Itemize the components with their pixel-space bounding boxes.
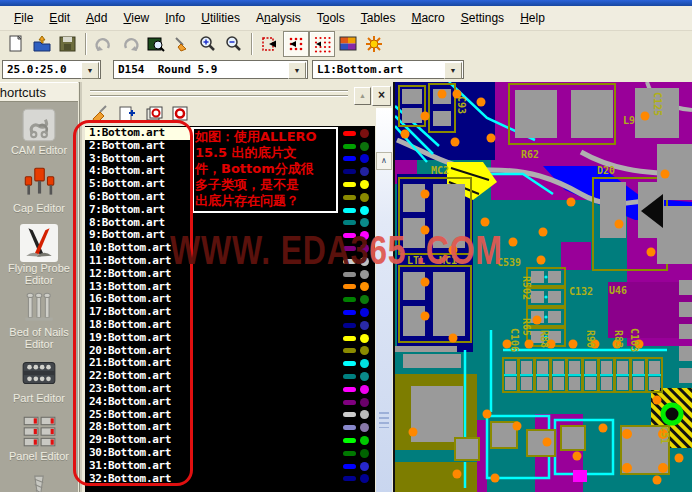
- film-color-chip[interactable]: [343, 281, 374, 294]
- new-file-icon[interactable]: [3, 31, 29, 57]
- sidebar-item-label: CAM Editor: [0, 144, 78, 156]
- menu-item-analysis[interactable]: Analysis: [248, 8, 309, 28]
- menu-item-file[interactable]: File: [6, 8, 41, 28]
- film-color-chip[interactable]: [343, 409, 374, 422]
- sidebar-item-cap-editor[interactable]: Cap Editor: [0, 164, 78, 214]
- menu-item-utilities[interactable]: Utilities: [193, 8, 248, 28]
- note-line: 15.5 出的底片文: [195, 145, 335, 161]
- film-row[interactable]: 18:Bottom.art: [85, 319, 375, 332]
- film-row[interactable]: 30:Bottom.art: [85, 447, 375, 460]
- chevron-up-icon[interactable]: ∧: [376, 152, 392, 170]
- film-row[interactable]: 12:Bottom.art: [85, 268, 375, 281]
- film-color-chip[interactable]: [343, 370, 374, 383]
- film-row[interactable]: 11:Bottom.art: [85, 255, 375, 268]
- film-row[interactable]: 29:Bottom.art: [85, 434, 375, 447]
- sidebar-item-bed-of-nails-editor[interactable]: Bed of Nails Editor: [0, 288, 78, 350]
- film-color-chip[interactable]: [343, 396, 374, 409]
- cleanup-brush-icon[interactable]: [169, 31, 195, 57]
- layer-dash-swatch: [343, 284, 356, 289]
- snap-grid-dense-icon[interactable]: [309, 31, 335, 57]
- snap-grid-icon[interactable]: [283, 31, 309, 57]
- sidebar-item-cam-editor[interactable]: CAM Editor: [0, 106, 78, 156]
- menu-item-view[interactable]: View: [115, 8, 157, 28]
- menu-item-edit[interactable]: Edit: [41, 8, 78, 28]
- zoom-in-icon[interactable]: [195, 31, 221, 57]
- zoom-grid-combo[interactable]: 25.0:25.0 ▼: [2, 60, 101, 79]
- scrollbar-grip[interactable]: [379, 412, 389, 428]
- film-color-chip[interactable]: [343, 191, 374, 204]
- zoom-out-icon[interactable]: [221, 31, 247, 57]
- film-color-chip[interactable]: [343, 357, 374, 370]
- film-color-chip[interactable]: [343, 447, 374, 460]
- close-icon[interactable]: ×: [372, 86, 391, 106]
- layer-dot-swatch: [360, 385, 369, 394]
- film-row[interactable]: 19:Bottom.art: [85, 332, 375, 345]
- layer-dot-swatch: [360, 436, 369, 445]
- layer-dash-swatch: [343, 348, 356, 353]
- film-1-icon[interactable]: [144, 104, 166, 124]
- shortcuts-header[interactable]: Shortcuts: [0, 82, 78, 102]
- film-color-chip[interactable]: [343, 306, 374, 319]
- new-drawing-icon[interactable]: [116, 104, 138, 124]
- film-color-chip[interactable]: [343, 217, 374, 230]
- menu-item-tools[interactable]: Tools: [309, 8, 353, 28]
- film-row[interactable]: 24:Bottom.art: [85, 396, 375, 409]
- film-color-chip[interactable]: [343, 229, 374, 242]
- layer-dash-swatch: [343, 425, 356, 430]
- film-color-chip[interactable]: [343, 255, 374, 268]
- open-file-icon[interactable]: [29, 31, 55, 57]
- sidebar-item-flying-probe-editor[interactable]: Flying Probe Editor: [0, 224, 78, 286]
- menu-item-macro[interactable]: Macro: [403, 8, 452, 28]
- film-color-chip[interactable]: [343, 204, 374, 217]
- highlight-icon[interactable]: [361, 31, 387, 57]
- color-table-icon[interactable]: [335, 31, 361, 57]
- layer-dot-swatch: [360, 449, 369, 458]
- film-row[interactable]: 31:Bottom.art: [85, 460, 375, 473]
- film-row[interactable]: 23:Bottom.art: [85, 383, 375, 396]
- film-color-chip[interactable]: [343, 421, 374, 434]
- film-color-chip[interactable]: [343, 293, 374, 306]
- film-color-chip[interactable]: [343, 127, 374, 140]
- redo-icon[interactable]: [117, 31, 143, 57]
- film-color-chip[interactable]: [343, 434, 374, 447]
- film-color-chip[interactable]: [343, 319, 374, 332]
- film-color-chip[interactable]: [343, 242, 374, 255]
- pad-edit-icon[interactable]: [257, 31, 283, 57]
- pcb-ref-label: R88: [539, 330, 550, 348]
- panel-splitter[interactable]: [90, 90, 348, 92]
- film-color-chip[interactable]: [343, 268, 374, 281]
- chevron-down-icon[interactable]: ▼: [444, 62, 462, 79]
- menu-item-settings[interactable]: Settings: [453, 8, 512, 28]
- chevron-down-icon[interactable]: ▼: [81, 62, 99, 79]
- save-icon[interactable]: [55, 31, 81, 57]
- film-color-chip[interactable]: [343, 460, 374, 473]
- sidebar-item-panel-editor[interactable]: Panel Editor: [0, 412, 78, 462]
- film-row[interactable]: 32:Bottom.art: [85, 473, 375, 486]
- dcode-combo[interactable]: D154 Round 5.9 ▼: [113, 60, 308, 79]
- film-list-panel: 1:Bottom.art2:Bottom.art3:Bottom.art4:Bo…: [85, 126, 375, 492]
- film-0-icon[interactable]: [170, 104, 192, 124]
- film-color-chip[interactable]: [343, 332, 374, 345]
- film-color-chip[interactable]: [343, 153, 374, 166]
- brush-icon[interactable]: [90, 104, 112, 124]
- menu-item-help[interactable]: Help: [512, 8, 553, 28]
- chevron-down-icon[interactable]: ▼: [288, 62, 306, 79]
- pcb-view[interactable]: MC2C93L9C125R62D20R502R65C539MC1LTLC132U…: [393, 82, 692, 492]
- query-item-icon[interactable]: [143, 31, 169, 57]
- film-color-chip[interactable]: [343, 178, 374, 191]
- film-color-chip[interactable]: [343, 345, 374, 358]
- sidebar-item-part-editor[interactable]: Part Editor: [0, 354, 78, 404]
- panel-splitter[interactable]: [90, 95, 348, 97]
- film-color-chip[interactable]: [343, 473, 374, 486]
- menu-item-info[interactable]: Info: [157, 8, 193, 28]
- menu-item-tables[interactable]: Tables: [353, 8, 404, 28]
- undo-icon[interactable]: [91, 31, 117, 57]
- note-line: 件，Bottom分成很: [195, 161, 335, 177]
- sidebar-item-nc-editor[interactable]: [0, 474, 78, 492]
- film-color-chip[interactable]: [343, 165, 374, 178]
- menu-item-add[interactable]: Add: [78, 8, 115, 28]
- active-layer-combo[interactable]: L1:Bottom.art ▼: [312, 60, 464, 79]
- panel-rollup-button[interactable]: ▲: [354, 87, 371, 105]
- film-color-chip[interactable]: [343, 140, 374, 153]
- film-color-chip[interactable]: [343, 383, 374, 396]
